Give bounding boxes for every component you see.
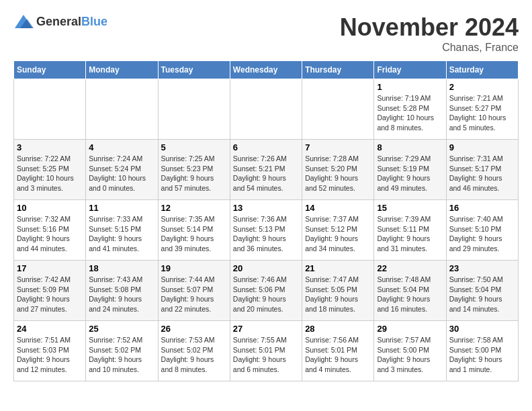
- calendar-cell: 30Sunrise: 7:58 AM Sunset: 5:00 PM Dayli…: [446, 321, 518, 381]
- day-info: Sunrise: 7:28 AM Sunset: 5:20 PM Dayligh…: [305, 154, 371, 193]
- page-container: GeneralBlue November 2024 Chanas, France…: [13, 13, 519, 381]
- day-info: Sunrise: 7:53 AM Sunset: 5:02 PM Dayligh…: [161, 335, 227, 375]
- day-number: 29: [377, 324, 443, 334]
- day-info: Sunrise: 7:43 AM Sunset: 5:08 PM Dayligh…: [89, 275, 154, 314]
- day-number: 5: [161, 142, 227, 152]
- calendar-cell: 17Sunrise: 7:42 AM Sunset: 5:09 PM Dayli…: [14, 261, 86, 321]
- calendar-cell: 18Sunrise: 7:43 AM Sunset: 5:08 PM Dayli…: [86, 261, 158, 321]
- location: Chanas, France: [340, 42, 519, 54]
- calendar-cell: 10Sunrise: 7:32 AM Sunset: 5:16 PM Dayli…: [14, 200, 86, 261]
- day-info: Sunrise: 7:21 AM Sunset: 5:27 PM Dayligh…: [449, 93, 515, 133]
- day-info: Sunrise: 7:19 AM Sunset: 5:28 PM Dayligh…: [377, 93, 443, 133]
- day-number: 15: [377, 203, 443, 213]
- calendar-cell: 6Sunrise: 7:26 AM Sunset: 5:21 PM Daylig…: [230, 140, 302, 200]
- month-title: November 2024: [340, 13, 519, 42]
- day-info: Sunrise: 7:37 AM Sunset: 5:12 PM Dayligh…: [305, 214, 371, 254]
- day-info: Sunrise: 7:48 AM Sunset: 5:04 PM Dayligh…: [377, 275, 443, 314]
- calendar-day-header: Tuesday: [158, 61, 230, 79]
- day-number: 8: [377, 142, 443, 152]
- day-info: Sunrise: 7:24 AM Sunset: 5:24 PM Dayligh…: [89, 154, 154, 193]
- calendar-cell: 24Sunrise: 7:51 AM Sunset: 5:03 PM Dayli…: [14, 321, 86, 381]
- calendar-day-header: Wednesday: [230, 61, 302, 79]
- day-number: 6: [233, 142, 299, 152]
- day-info: Sunrise: 7:39 AM Sunset: 5:11 PM Dayligh…: [377, 214, 443, 254]
- day-number: 2: [449, 82, 515, 92]
- day-info: Sunrise: 7:50 AM Sunset: 5:04 PM Dayligh…: [449, 275, 515, 314]
- day-number: 22: [377, 263, 443, 273]
- calendar-cell: [14, 79, 86, 140]
- day-info: Sunrise: 7:58 AM Sunset: 5:00 PM Dayligh…: [449, 335, 515, 375]
- calendar-cell: 12Sunrise: 7:35 AM Sunset: 5:14 PM Dayli…: [158, 200, 230, 261]
- calendar-week-row: 24Sunrise: 7:51 AM Sunset: 5:03 PM Dayli…: [14, 321, 519, 381]
- calendar-day-header: Monday: [86, 61, 158, 79]
- calendar-cell: 2Sunrise: 7:21 AM Sunset: 5:27 PM Daylig…: [446, 79, 518, 140]
- calendar-cell: [158, 79, 230, 140]
- day-info: Sunrise: 7:55 AM Sunset: 5:01 PM Dayligh…: [233, 335, 299, 375]
- day-number: 26: [161, 324, 227, 334]
- day-info: Sunrise: 7:36 AM Sunset: 5:13 PM Dayligh…: [233, 214, 299, 254]
- day-number: 28: [305, 324, 371, 334]
- title-block: November 2024 Chanas, France: [340, 13, 519, 54]
- calendar-cell: [302, 79, 374, 140]
- logo: GeneralBlue: [13, 13, 107, 30]
- calendar-day-header: Friday: [374, 61, 446, 79]
- logo-general: General: [36, 15, 81, 28]
- day-info: Sunrise: 7:32 AM Sunset: 5:16 PM Dayligh…: [17, 214, 83, 254]
- day-info: Sunrise: 7:26 AM Sunset: 5:21 PM Dayligh…: [233, 154, 299, 193]
- day-number: 14: [305, 203, 371, 213]
- calendar-cell: 7Sunrise: 7:28 AM Sunset: 5:20 PM Daylig…: [302, 140, 374, 200]
- day-number: 25: [89, 324, 154, 334]
- calendar-day-header: Sunday: [14, 61, 86, 79]
- calendar-cell: 20Sunrise: 7:46 AM Sunset: 5:06 PM Dayli…: [230, 261, 302, 321]
- day-info: Sunrise: 7:42 AM Sunset: 5:09 PM Dayligh…: [17, 275, 83, 314]
- calendar-cell: 28Sunrise: 7:56 AM Sunset: 5:01 PM Dayli…: [302, 321, 374, 381]
- day-number: 9: [449, 142, 515, 152]
- calendar-cell: 1Sunrise: 7:19 AM Sunset: 5:28 PM Daylig…: [374, 79, 446, 140]
- calendar-day-header: Saturday: [446, 61, 518, 79]
- calendar-cell: 13Sunrise: 7:36 AM Sunset: 5:13 PM Dayli…: [230, 200, 302, 261]
- day-number: 4: [89, 142, 154, 152]
- calendar-cell: 4Sunrise: 7:24 AM Sunset: 5:24 PM Daylig…: [86, 140, 158, 200]
- day-info: Sunrise: 7:51 AM Sunset: 5:03 PM Dayligh…: [17, 335, 83, 375]
- logo-icon: [13, 13, 34, 30]
- day-info: Sunrise: 7:35 AM Sunset: 5:14 PM Dayligh…: [161, 214, 227, 254]
- calendar-cell: 16Sunrise: 7:40 AM Sunset: 5:10 PM Dayli…: [446, 200, 518, 261]
- day-info: Sunrise: 7:47 AM Sunset: 5:05 PM Dayligh…: [305, 275, 371, 314]
- calendar-cell: 25Sunrise: 7:52 AM Sunset: 5:02 PM Dayli…: [86, 321, 158, 381]
- calendar-day-header: Thursday: [302, 61, 374, 79]
- day-number: 7: [305, 142, 371, 152]
- calendar-cell: 5Sunrise: 7:25 AM Sunset: 5:23 PM Daylig…: [158, 140, 230, 200]
- day-info: Sunrise: 7:57 AM Sunset: 5:00 PM Dayligh…: [377, 335, 443, 375]
- page-header: GeneralBlue November 2024 Chanas, France: [13, 13, 519, 54]
- day-number: 11: [89, 203, 154, 213]
- calendar-cell: 19Sunrise: 7:44 AM Sunset: 5:07 PM Dayli…: [158, 261, 230, 321]
- calendar-cell: 3Sunrise: 7:22 AM Sunset: 5:25 PM Daylig…: [14, 140, 86, 200]
- calendar-cell: 22Sunrise: 7:48 AM Sunset: 5:04 PM Dayli…: [374, 261, 446, 321]
- day-info: Sunrise: 7:22 AM Sunset: 5:25 PM Dayligh…: [17, 154, 83, 193]
- day-info: Sunrise: 7:52 AM Sunset: 5:02 PM Dayligh…: [89, 335, 154, 375]
- day-info: Sunrise: 7:56 AM Sunset: 5:01 PM Dayligh…: [305, 335, 371, 375]
- day-number: 19: [161, 263, 227, 273]
- day-number: 10: [17, 203, 83, 213]
- calendar-cell: 26Sunrise: 7:53 AM Sunset: 5:02 PM Dayli…: [158, 321, 230, 381]
- day-info: Sunrise: 7:40 AM Sunset: 5:10 PM Dayligh…: [449, 214, 515, 254]
- calendar-week-row: 1Sunrise: 7:19 AM Sunset: 5:28 PM Daylig…: [14, 79, 519, 140]
- logo-blue: Blue: [81, 15, 107, 28]
- calendar-cell: 29Sunrise: 7:57 AM Sunset: 5:00 PM Dayli…: [374, 321, 446, 381]
- calendar-header-row: SundayMondayTuesdayWednesdayThursdayFrid…: [14, 61, 519, 79]
- calendar-cell: [230, 79, 302, 140]
- calendar-cell: 14Sunrise: 7:37 AM Sunset: 5:12 PM Dayli…: [302, 200, 374, 261]
- calendar-cell: 27Sunrise: 7:55 AM Sunset: 5:01 PM Dayli…: [230, 321, 302, 381]
- calendar-week-row: 10Sunrise: 7:32 AM Sunset: 5:16 PM Dayli…: [14, 200, 519, 261]
- day-number: 21: [305, 263, 371, 273]
- calendar-cell: 23Sunrise: 7:50 AM Sunset: 5:04 PM Dayli…: [446, 261, 518, 321]
- day-number: 17: [17, 263, 83, 273]
- calendar-cell: 8Sunrise: 7:29 AM Sunset: 5:19 PM Daylig…: [374, 140, 446, 200]
- day-info: Sunrise: 7:33 AM Sunset: 5:15 PM Dayligh…: [89, 214, 154, 254]
- day-number: 16: [449, 203, 515, 213]
- day-info: Sunrise: 7:29 AM Sunset: 5:19 PM Dayligh…: [377, 154, 443, 193]
- day-info: Sunrise: 7:25 AM Sunset: 5:23 PM Dayligh…: [161, 154, 227, 193]
- day-number: 12: [161, 203, 227, 213]
- day-number: 3: [17, 142, 83, 152]
- calendar-week-row: 3Sunrise: 7:22 AM Sunset: 5:25 PM Daylig…: [14, 140, 519, 200]
